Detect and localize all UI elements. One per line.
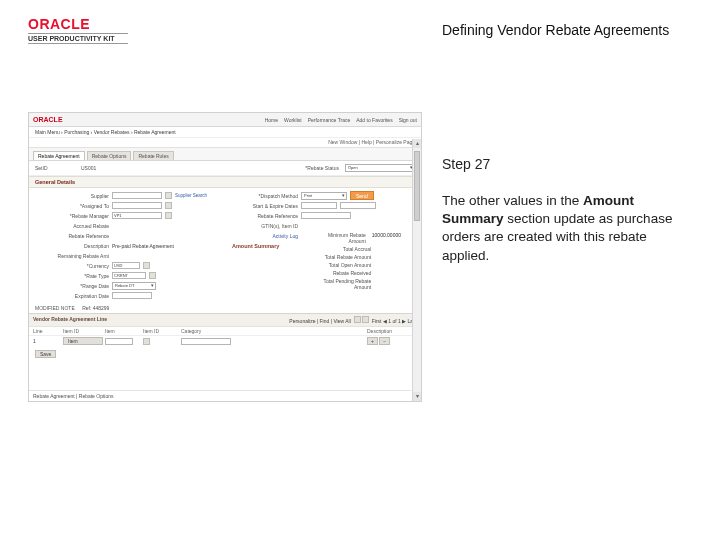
description-value: Pre-paid Rebate Agreement [112, 243, 174, 249]
ss-link-trace[interactable]: Performance Trace [308, 117, 351, 123]
tab-rebate-agreement[interactable]: Rebate Agreement [33, 151, 85, 160]
ss-oracle-logo: ORACLE [33, 116, 63, 123]
rebate-mgr-input[interactable]: VP1 [112, 212, 162, 219]
total-open-label: Total Open Amount [319, 262, 371, 268]
ss-link-fav[interactable]: Add to Favorites [356, 117, 392, 123]
rebate-mgr-label: *Rebate Manager [43, 213, 109, 219]
range-date-select[interactable]: Rebate DT [112, 282, 156, 290]
total-rebate-label: Total Rebate Amount [319, 254, 371, 260]
range-date-label: *Range Date [43, 283, 109, 289]
assigned-to-input[interactable] [112, 202, 162, 209]
rebate-status-label: *Rebate Status [305, 165, 339, 171]
ss-top-links: Home Worklist Performance Trace Add to F… [265, 117, 417, 123]
scroll-up-icon[interactable]: ▴ [413, 139, 421, 148]
logo-subtitle: USER PRODUCTIVITY KIT [28, 33, 128, 44]
start-date-input[interactable] [301, 202, 337, 209]
step-number: Step 27 [442, 156, 696, 172]
ref-input[interactable] [301, 212, 351, 219]
dispatch-label: *Dispatch Method [232, 193, 298, 199]
vl-personalize[interactable]: Personalize [289, 318, 315, 324]
row-item-input[interactable] [105, 338, 133, 345]
expiration-label: Expiration Date [43, 293, 109, 299]
setid-label: SetID [35, 165, 75, 171]
download-icon[interactable] [362, 316, 369, 323]
supplier-input[interactable] [112, 192, 162, 199]
rate-type-label: *Rate Type [43, 273, 109, 279]
dispatch-select[interactable]: Print [301, 192, 347, 200]
modified-note-label: MODIFIED NOTE [35, 305, 75, 311]
remaining-label: Remaining Rebate Amt [43, 253, 109, 259]
ss-tabs: Rebate Agreement Rebate Options Rebate R… [29, 148, 421, 161]
col-desc: Description [367, 328, 417, 334]
vl-find[interactable]: Find [320, 318, 330, 324]
vertical-scrollbar[interactable]: ▴ ▾ [412, 139, 421, 401]
remove-row-button[interactable]: − [379, 337, 390, 345]
rebate-ref-label: Rebate Reference [43, 233, 109, 239]
grid-icon[interactable] [354, 316, 361, 323]
setid-value: US001 [81, 165, 96, 171]
vl-viewall[interactable]: View All [333, 318, 350, 324]
ref-label: Rebate Reference [232, 213, 298, 219]
send-button[interactable]: Send [350, 191, 374, 200]
save-button[interactable]: Save [35, 350, 56, 358]
scroll-thumb[interactable] [414, 151, 420, 221]
pending-rebate-label: Total Pending Rebate Amount [319, 278, 371, 290]
col-line: Line [33, 328, 61, 334]
ss-link-signout[interactable]: Sign out [399, 117, 417, 123]
expire-date-input[interactable] [340, 202, 376, 209]
lookup-icon[interactable] [149, 272, 156, 279]
ref-number: Ref: 448299 [82, 305, 109, 311]
row-desc-input[interactable] [181, 338, 231, 345]
scroll-down-icon[interactable]: ▾ [413, 392, 421, 401]
min-rebate-value: 10000.00000 [372, 232, 401, 244]
vl-nav[interactable]: First ◀ 1 of 1 ▶ Last [372, 318, 417, 324]
section-general-details: General Details [29, 176, 421, 188]
ss-window-links[interactable]: New Window | Help | Personalize Page [29, 138, 421, 148]
expiration-input[interactable] [112, 292, 152, 299]
lookup-icon[interactable] [165, 212, 172, 219]
col-item: Item [105, 328, 141, 334]
col-itemid2: Item ID [143, 328, 179, 334]
oracle-logo: ORACLE USER PRODUCTIVITY KIT [28, 16, 422, 44]
footer-tabs[interactable]: Rebate Agreement | Rebate Options [33, 393, 114, 399]
description-label: Description [43, 243, 109, 249]
currency-input[interactable]: USD [112, 262, 140, 269]
row-item-button[interactable]: Item [63, 337, 103, 345]
accrued-label: Accrued Rebate [43, 223, 109, 229]
total-accrual-label: Total Accrual [319, 246, 371, 252]
tab-rebate-options[interactable]: Rebate Options [87, 151, 132, 160]
vl-title: Vendor Rebate Agreement Line [33, 316, 107, 324]
col-category: Category [181, 328, 365, 334]
supplier-search-link[interactable]: Supplier Search [175, 193, 207, 198]
rebate-status-select[interactable]: Open [345, 164, 415, 172]
tab-rebate-rules[interactable]: Rebate Rules [133, 151, 173, 160]
add-row-button[interactable]: + [367, 337, 378, 345]
lookup-icon[interactable] [165, 202, 172, 209]
supplier-label: Supplier [43, 193, 109, 199]
lookup-icon[interactable] [143, 262, 150, 269]
assigned-to-label: *Assigned To [43, 203, 109, 209]
gtin-label: GTIN(s), Item ID [232, 223, 298, 229]
ss-breadcrumb: Main Menu › Purchasing › Vendor Rebates … [29, 127, 421, 138]
step-explanation: The other values in the Amount Summary s… [442, 192, 696, 265]
row-line: 1 [33, 338, 61, 344]
lookup-icon[interactable] [165, 192, 172, 199]
ss-link-home[interactable]: Home [265, 117, 278, 123]
col-itemid: Item ID [63, 328, 103, 334]
embedded-screenshot: ORACLE Home Worklist Performance Trace A… [28, 112, 422, 402]
min-rebate-label: Minimum Rebate Amount [319, 232, 366, 244]
rebate-received-label: Rebate Received [319, 270, 371, 276]
page-title: Defining Vendor Rebate Agreements [442, 22, 696, 38]
lookup-icon[interactable] [143, 338, 150, 345]
dates-label: Start & Expire Dates [232, 203, 298, 209]
rate-type-input[interactable]: CRRNT [112, 272, 146, 279]
ss-link-worklist[interactable]: Worklist [284, 117, 302, 123]
logo-brand: ORACLE [28, 16, 422, 32]
currency-label: *Currency [43, 263, 109, 269]
